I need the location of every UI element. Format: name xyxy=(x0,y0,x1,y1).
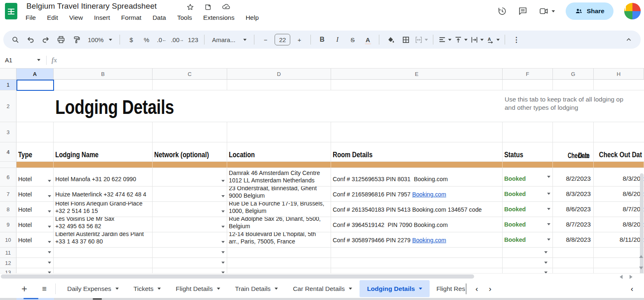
cell-C3[interactable] xyxy=(153,122,227,142)
lodging-name-cell[interactable]: Les Voisins De Mr Sax+32 495 63 56 82 xyxy=(54,217,153,232)
status-cell[interactable]: Booked xyxy=(503,187,553,202)
network-cell[interactable] xyxy=(153,232,227,248)
header-room-details[interactable]: Room Details xyxy=(331,142,503,162)
paint-format-button[interactable] xyxy=(70,33,82,46)
text-color-button[interactable]: A xyxy=(362,33,374,46)
text-wrap-button[interactable] xyxy=(470,33,484,46)
move-shield-icon[interactable] xyxy=(204,3,212,11)
cell-D1[interactable] xyxy=(227,80,331,90)
cell-G1[interactable] xyxy=(553,80,594,90)
account-avatar[interactable] xyxy=(624,3,641,19)
scroll-down-arrow[interactable] xyxy=(639,267,643,269)
menu-help[interactable]: Help xyxy=(246,14,259,21)
zoom-control[interactable]: 100% xyxy=(85,36,115,43)
dropdown-caret-icon[interactable] xyxy=(48,226,51,228)
meet-call-control[interactable] xyxy=(538,6,555,16)
room-details-cell[interactable]: Conf # 3964519142 PIN 7090 Booking.com xyxy=(331,217,503,232)
check-in-cell[interactable]: 8/8/2023 xyxy=(553,232,594,248)
cell-B11[interactable] xyxy=(54,248,153,258)
column-header-h[interactable]: H xyxy=(594,69,644,80)
booking-link[interactable]: Booking.com xyxy=(412,236,446,243)
header-type[interactable]: Type xyxy=(16,142,54,162)
italic-button[interactable]: I xyxy=(331,33,343,46)
row-header-9[interactable]: 9 xyxy=(0,217,16,232)
menu-tools[interactable]: Tools xyxy=(177,14,192,21)
row-header-hidden[interactable] xyxy=(0,162,16,168)
strikethrough-button[interactable]: S xyxy=(346,33,359,46)
redo-button[interactable] xyxy=(40,33,52,46)
row-header-10[interactable]: 10 xyxy=(0,232,16,248)
search-menus-button[interactable] xyxy=(9,33,21,46)
lodging-name-cell[interactable]: Hotel Floris Arlequin Grand-Place+32 2 5… xyxy=(54,202,153,217)
print-button[interactable] xyxy=(55,33,67,46)
sheets-logo-icon[interactable] xyxy=(5,3,17,19)
cell-E1[interactable] xyxy=(331,80,503,90)
side-panel-collapse[interactable]: ‹ xyxy=(631,284,633,293)
decrease-decimals-button[interactable]: .0← xyxy=(155,33,168,46)
cell-D12[interactable] xyxy=(227,258,331,268)
cell-H12[interactable] xyxy=(594,258,644,268)
fill-color-button[interactable] xyxy=(384,33,397,46)
tab-tickets[interactable]: Tickets xyxy=(126,280,169,297)
scroll-left-arrow[interactable] xyxy=(620,275,623,279)
menu-data[interactable]: Data xyxy=(153,14,166,21)
font-family-select[interactable]: Amara... xyxy=(209,36,249,43)
dropdown-caret-icon[interactable] xyxy=(221,226,225,228)
row-header-2[interactable]: 2 xyxy=(0,90,16,122)
dropdown-caret-icon[interactable] xyxy=(221,241,225,243)
check-in-cell[interactable]: 8/3/2023 xyxy=(553,187,594,202)
cell-E12[interactable] xyxy=(331,258,503,268)
column-header-f[interactable]: F xyxy=(503,69,553,80)
check-in-cell[interactable]: 8/7/2023 xyxy=(553,217,594,232)
dropdown-caret-icon[interactable] xyxy=(48,195,51,197)
cell-D11[interactable] xyxy=(227,248,331,258)
status-cell[interactable]: Booked xyxy=(503,232,553,248)
horizontal-align-button[interactable] xyxy=(438,33,451,46)
type-cell[interactable]: Hotel xyxy=(16,202,54,217)
vertical-align-button[interactable] xyxy=(454,33,468,46)
menu-extensions[interactable]: Extensions xyxy=(203,14,235,21)
check-out-cell[interactable]: 8/7/202 xyxy=(594,202,644,217)
location-cell[interactable]: Rue Adolphe Sax 26, Dinant, 5500,Belgium xyxy=(227,217,331,232)
room-details-cell[interactable]: Conf # 2165896816 PIN 7957 Booking.com xyxy=(331,187,503,202)
network-cell[interactable] xyxy=(153,217,227,232)
dropdown-caret-icon[interactable] xyxy=(221,195,225,197)
dropdown-caret-icon[interactable] xyxy=(221,262,225,264)
dropdown-caret-icon[interactable] xyxy=(221,251,225,253)
network-cell[interactable] xyxy=(153,187,227,202)
network-cell[interactable] xyxy=(153,202,227,217)
menu-edit[interactable]: Edit xyxy=(47,14,58,21)
menu-format[interactable]: Format xyxy=(121,14,141,21)
menu-file[interactable]: File xyxy=(26,14,36,21)
cloud-saved-icon[interactable] xyxy=(222,3,230,11)
dropdown-caret-icon[interactable] xyxy=(221,180,225,182)
bold-button[interactable]: B xyxy=(316,33,328,46)
cell-C1[interactable] xyxy=(153,80,227,90)
undo-button[interactable] xyxy=(24,33,37,46)
cell-D3[interactable] xyxy=(227,122,331,142)
cell-B3[interactable] xyxy=(54,122,153,142)
location-cell[interactable]: 12-14 Boulevard De L'hopital, 5tharr., P… xyxy=(227,232,331,248)
status-cell[interactable]: Booked xyxy=(503,168,553,187)
cell-G12[interactable] xyxy=(553,258,594,268)
location-cell[interactable]: Damrak 46 Amsterdam City Centre1012 LL A… xyxy=(227,168,331,187)
cell-F3[interactable] xyxy=(503,122,553,142)
type-cell[interactable]: Hotel xyxy=(16,232,54,248)
column-header-a[interactable]: A xyxy=(16,69,54,80)
dropdown-caret-icon[interactable] xyxy=(547,208,550,210)
title-row-area[interactable]: Lodging Details Use this tab to keep tra… xyxy=(16,90,644,122)
tab-flight-details[interactable]: Flight Details xyxy=(168,280,228,297)
dropdown-caret-icon[interactable] xyxy=(544,262,548,264)
increase-font-size-button[interactable]: + xyxy=(293,33,306,46)
header-location[interactable]: Location xyxy=(227,142,331,162)
cell-H1[interactable] xyxy=(594,80,644,90)
column-header-e[interactable]: E xyxy=(331,69,503,80)
cell-B12[interactable] xyxy=(54,258,153,268)
location-cell[interactable]: 23 Onderstraat, Binnestad, Ghent9000 Bel… xyxy=(227,187,331,202)
type-cell[interactable] xyxy=(16,258,54,268)
dropdown-caret-icon[interactable] xyxy=(48,262,51,264)
cell-E11[interactable] xyxy=(331,248,503,258)
column-header-d[interactable]: D xyxy=(227,69,331,80)
more-formats-button[interactable]: 123 xyxy=(187,33,199,46)
scroll-right-arrow[interactable] xyxy=(630,275,632,279)
